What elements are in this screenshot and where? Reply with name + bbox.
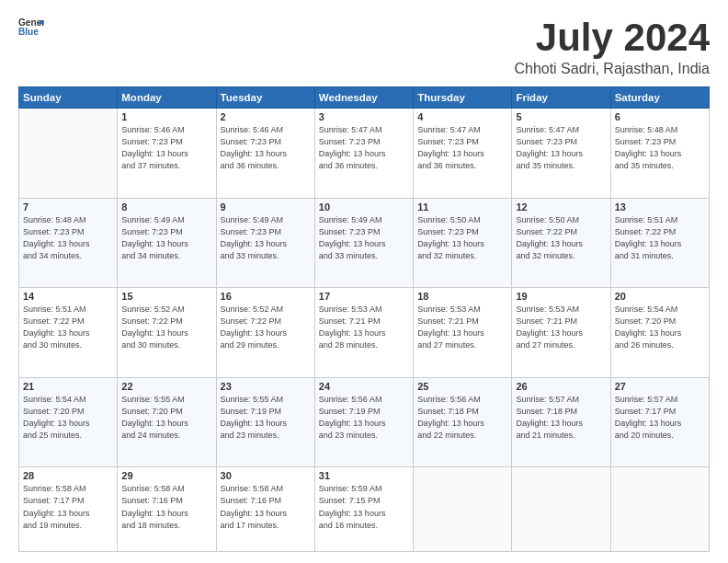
- day-info: Sunrise: 5:59 AM Sunset: 7:15 PM Dayligh…: [319, 483, 409, 531]
- calendar-cell: 7Sunrise: 5:48 AM Sunset: 7:23 PM Daylig…: [19, 198, 118, 288]
- calendar-cell: 11Sunrise: 5:50 AM Sunset: 7:23 PM Dayli…: [414, 198, 512, 288]
- day-number: 14: [23, 291, 113, 302]
- day-number: 26: [516, 381, 606, 392]
- day-info: Sunrise: 5:54 AM Sunset: 7:20 PM Dayligh…: [23, 394, 113, 442]
- day-number: 31: [319, 470, 409, 481]
- calendar-cell: 22Sunrise: 5:55 AM Sunset: 7:20 PM Dayli…: [118, 377, 216, 467]
- calendar-week-4: 21Sunrise: 5:54 AM Sunset: 7:20 PM Dayli…: [19, 377, 710, 467]
- day-info: Sunrise: 5:49 AM Sunset: 7:23 PM Dayligh…: [319, 214, 409, 262]
- calendar-cell: 20Sunrise: 5:54 AM Sunset: 7:20 PM Dayli…: [610, 288, 709, 378]
- day-info: Sunrise: 5:55 AM Sunset: 7:19 PM Dayligh…: [221, 394, 311, 442]
- day-number: 30: [221, 470, 311, 481]
- calendar-cell: 24Sunrise: 5:56 AM Sunset: 7:19 PM Dayli…: [314, 377, 413, 467]
- header-sunday: Sunday: [19, 87, 118, 109]
- day-number: 27: [615, 381, 705, 392]
- calendar-cell: 18Sunrise: 5:53 AM Sunset: 7:21 PM Dayli…: [414, 288, 512, 378]
- header-wednesday: Wednesday: [314, 87, 413, 109]
- day-number: 1: [121, 111, 211, 122]
- calendar-cell: 6Sunrise: 5:48 AM Sunset: 7:23 PM Daylig…: [610, 109, 709, 199]
- day-number: 20: [615, 291, 705, 302]
- day-number: 21: [23, 381, 113, 392]
- calendar-week-2: 7Sunrise: 5:48 AM Sunset: 7:23 PM Daylig…: [19, 198, 710, 288]
- day-info: Sunrise: 5:58 AM Sunset: 7:16 PM Dayligh…: [221, 483, 311, 531]
- day-info: Sunrise: 5:54 AM Sunset: 7:20 PM Dayligh…: [615, 304, 705, 351]
- title-location: Chhoti Sadri, Rajasthan, India: [514, 61, 710, 77]
- day-number: 9: [221, 201, 311, 213]
- day-info: Sunrise: 5:53 AM Sunset: 7:21 PM Dayligh…: [319, 304, 409, 351]
- calendar-week-3: 14Sunrise: 5:51 AM Sunset: 7:22 PM Dayli…: [19, 288, 710, 378]
- day-info: Sunrise: 5:47 AM Sunset: 7:23 PM Dayligh…: [516, 124, 606, 172]
- day-info: Sunrise: 5:48 AM Sunset: 7:23 PM Dayligh…: [23, 214, 113, 262]
- header-friday: Friday: [512, 87, 610, 109]
- day-number: 13: [615, 201, 705, 213]
- day-number: 25: [417, 381, 507, 392]
- day-info: Sunrise: 5:53 AM Sunset: 7:21 PM Dayligh…: [516, 304, 606, 351]
- day-info: Sunrise: 5:56 AM Sunset: 7:18 PM Dayligh…: [417, 394, 507, 442]
- calendar-cell: 25Sunrise: 5:56 AM Sunset: 7:18 PM Dayli…: [414, 377, 512, 467]
- day-info: Sunrise: 5:49 AM Sunset: 7:23 PM Dayligh…: [121, 214, 211, 262]
- page: General Blue July 2024 Chhoti Sadri, Raj…: [0, 0, 728, 563]
- day-info: Sunrise: 5:58 AM Sunset: 7:17 PM Dayligh…: [23, 483, 113, 531]
- weekday-header-row: Sunday Monday Tuesday Wednesday Thursday…: [19, 87, 710, 109]
- header-saturday: Saturday: [610, 87, 709, 109]
- calendar-cell: 31Sunrise: 5:59 AM Sunset: 7:15 PM Dayli…: [314, 467, 413, 552]
- calendar-cell: [19, 109, 118, 199]
- day-number: 23: [221, 381, 311, 392]
- day-number: 10: [319, 201, 409, 213]
- header-thursday: Thursday: [414, 87, 512, 109]
- header-monday: Monday: [118, 87, 216, 109]
- day-number: 18: [417, 291, 507, 302]
- day-number: 19: [516, 291, 606, 302]
- logo: General Blue: [18, 17, 44, 37]
- day-number: 6: [615, 111, 705, 122]
- day-info: Sunrise: 5:50 AM Sunset: 7:23 PM Dayligh…: [417, 214, 507, 262]
- title-block: July 2024 Chhoti Sadri, Rajasthan, India: [514, 17, 710, 77]
- day-number: 29: [121, 470, 211, 481]
- day-info: Sunrise: 5:46 AM Sunset: 7:23 PM Dayligh…: [121, 124, 211, 172]
- day-number: 15: [121, 291, 211, 302]
- day-info: Sunrise: 5:53 AM Sunset: 7:21 PM Dayligh…: [417, 304, 507, 351]
- calendar-cell: 26Sunrise: 5:57 AM Sunset: 7:18 PM Dayli…: [512, 377, 610, 467]
- calendar-cell: 15Sunrise: 5:52 AM Sunset: 7:22 PM Dayli…: [118, 288, 216, 378]
- day-info: Sunrise: 5:58 AM Sunset: 7:16 PM Dayligh…: [121, 483, 211, 531]
- day-number: 3: [319, 111, 409, 122]
- calendar-cell: 3Sunrise: 5:47 AM Sunset: 7:23 PM Daylig…: [314, 109, 413, 199]
- day-number: 8: [121, 201, 211, 213]
- calendar-cell: 29Sunrise: 5:58 AM Sunset: 7:16 PM Dayli…: [118, 467, 216, 552]
- calendar-cell: [414, 467, 512, 552]
- day-number: 5: [516, 111, 606, 122]
- day-number: 4: [417, 111, 507, 122]
- calendar-cell: 27Sunrise: 5:57 AM Sunset: 7:17 PM Dayli…: [610, 377, 709, 467]
- day-number: 28: [23, 470, 113, 481]
- calendar-cell: 23Sunrise: 5:55 AM Sunset: 7:19 PM Dayli…: [216, 377, 314, 467]
- day-number: 24: [319, 381, 409, 392]
- day-number: 11: [417, 201, 507, 213]
- calendar-week-5: 28Sunrise: 5:58 AM Sunset: 7:17 PM Dayli…: [19, 467, 710, 552]
- day-info: Sunrise: 5:51 AM Sunset: 7:22 PM Dayligh…: [23, 304, 113, 351]
- day-info: Sunrise: 5:46 AM Sunset: 7:23 PM Dayligh…: [221, 124, 311, 172]
- day-number: 12: [516, 201, 606, 213]
- day-info: Sunrise: 5:49 AM Sunset: 7:23 PM Dayligh…: [221, 214, 311, 262]
- day-info: Sunrise: 5:52 AM Sunset: 7:22 PM Dayligh…: [121, 304, 211, 351]
- calendar-cell: 5Sunrise: 5:47 AM Sunset: 7:23 PM Daylig…: [512, 109, 610, 199]
- day-info: Sunrise: 5:51 AM Sunset: 7:22 PM Dayligh…: [615, 214, 705, 262]
- svg-text:Blue: Blue: [18, 27, 39, 37]
- calendar-cell: 13Sunrise: 5:51 AM Sunset: 7:22 PM Dayli…: [610, 198, 709, 288]
- day-number: 2: [221, 111, 311, 122]
- day-info: Sunrise: 5:48 AM Sunset: 7:23 PM Dayligh…: [615, 124, 705, 172]
- calendar-cell: 17Sunrise: 5:53 AM Sunset: 7:21 PM Dayli…: [314, 288, 413, 378]
- day-number: 7: [23, 201, 113, 213]
- calendar-cell: 1Sunrise: 5:46 AM Sunset: 7:23 PM Daylig…: [118, 109, 216, 199]
- calendar-cell: 2Sunrise: 5:46 AM Sunset: 7:23 PM Daylig…: [216, 109, 314, 199]
- calendar-cell: 21Sunrise: 5:54 AM Sunset: 7:20 PM Dayli…: [19, 377, 118, 467]
- day-number: 22: [121, 381, 211, 392]
- day-info: Sunrise: 5:56 AM Sunset: 7:19 PM Dayligh…: [319, 394, 409, 442]
- calendar-week-1: 1Sunrise: 5:46 AM Sunset: 7:23 PM Daylig…: [19, 109, 710, 199]
- day-info: Sunrise: 5:57 AM Sunset: 7:17 PM Dayligh…: [615, 394, 705, 442]
- calendar-cell: 14Sunrise: 5:51 AM Sunset: 7:22 PM Dayli…: [19, 288, 118, 378]
- header-tuesday: Tuesday: [216, 87, 314, 109]
- day-number: 16: [221, 291, 311, 302]
- calendar-cell: 8Sunrise: 5:49 AM Sunset: 7:23 PM Daylig…: [118, 198, 216, 288]
- day-info: Sunrise: 5:47 AM Sunset: 7:23 PM Dayligh…: [417, 124, 507, 172]
- day-info: Sunrise: 5:57 AM Sunset: 7:18 PM Dayligh…: [516, 394, 606, 442]
